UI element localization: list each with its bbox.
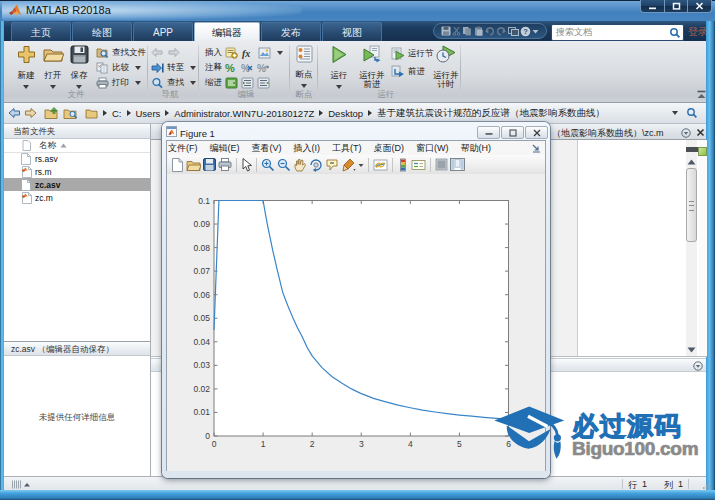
fig-pan-icon[interactable]: [293, 158, 307, 172]
figure-menu-edit[interactable]: 编辑(E): [210, 142, 240, 155]
command-window-actions-icon[interactable]: [693, 361, 703, 371]
qat-switch-window-icon[interactable]: [508, 26, 519, 36]
login-link[interactable]: 登录: [688, 25, 708, 39]
tab-publish[interactable]: 发布: [261, 22, 321, 42]
qat-redo-icon[interactable]: [496, 27, 506, 36]
indent-label[interactable]: 缩进: [205, 77, 222, 89]
fig-brush-icon[interactable]: [341, 158, 356, 172]
scrollbar-thumb[interactable]: [686, 168, 697, 242]
breakpoints-button[interactable]: 断点: [292, 45, 316, 88]
qat-copy-icon[interactable]: [462, 26, 472, 36]
comment-icon[interactable]: %: [225, 62, 238, 74]
indent-left-icon[interactable]: [257, 77, 270, 89]
go-back-icon[interactable]: [150, 47, 164, 58]
doc-search-box[interactable]: 搜索文档: [551, 24, 684, 41]
fig-legend-icon[interactable]: [411, 158, 426, 172]
figure-minimize-button[interactable]: [477, 126, 500, 139]
qat-cut-icon[interactable]: [452, 26, 461, 36]
fig-zoom-in-icon[interactable]: [261, 158, 275, 172]
figure-menu-file[interactable]: 文件(F): [168, 142, 198, 155]
find-files-button[interactable]: 查找文件: [96, 46, 146, 59]
tab-apps[interactable]: APP: [133, 22, 193, 42]
editor-actions-icon[interactable]: [681, 128, 691, 138]
insert-section-icon[interactable]: [225, 47, 238, 59]
file-row-rs-asv[interactable]: rs.asv: [4, 152, 150, 165]
run-button[interactable]: 运行: [326, 45, 352, 89]
crumb-users[interactable]: Users: [136, 108, 161, 119]
file-row-zc-m[interactable]: zc.m: [4, 191, 150, 204]
crumb-admin[interactable]: Administrator.WIN7U-20180127Z: [174, 108, 314, 119]
qat-dropdown-icon[interactable]: [532, 29, 539, 34]
run-advance-button[interactable]: 运行并前进: [357, 45, 387, 88]
fig-datacursor-icon[interactable]: [325, 158, 339, 172]
go-forward-icon[interactable]: [167, 47, 181, 58]
figure-menu-help[interactable]: 帮助(H): [461, 142, 492, 155]
insert-label[interactable]: 插入: [205, 47, 222, 59]
qat-undo-icon[interactable]: [485, 27, 495, 36]
crumb-project[interactable]: 基于建筑抗震设计规范的反应谱（地震影响系数曲线）: [377, 107, 605, 120]
figure-menu-desktop[interactable]: 桌面(D): [374, 142, 405, 155]
name-column-header[interactable]: 名称: [4, 139, 150, 153]
fig-open-icon[interactable]: [186, 158, 201, 172]
open-button[interactable]: 打开: [41, 45, 65, 89]
qat-paste-icon[interactable]: [474, 26, 484, 36]
close-button[interactable]: [688, 0, 712, 13]
up-folder-icon[interactable]: [44, 107, 59, 120]
forward-icon[interactable]: [24, 107, 38, 120]
figure-menu-tools[interactable]: 工具(T): [332, 142, 362, 155]
tab-editor[interactable]: 编辑器: [194, 22, 260, 42]
fig-save-icon[interactable]: [203, 158, 216, 171]
figure-close-button[interactable]: [525, 126, 548, 139]
new-script-button[interactable]: 新建: [14, 45, 38, 89]
scroll-down-icon[interactable]: [686, 345, 697, 355]
uncomment-icon[interactable]: %: [241, 62, 254, 74]
collapse-ribbon-icon[interactable]: [697, 90, 706, 99]
fig-show-plot-tools-icon[interactable]: [450, 158, 465, 171]
insert-image-icon[interactable]: [258, 47, 271, 59]
current-folder-title[interactable]: 当前文件夹: [4, 124, 150, 139]
browse-folder-icon[interactable]: [63, 107, 78, 120]
insert-fx-icon[interactable]: fx: [241, 47, 255, 59]
save-button[interactable]: 保存: [67, 45, 91, 89]
file-row-rs-m[interactable]: rs.m: [4, 165, 150, 178]
back-forward-buttons[interactable]: [150, 46, 181, 59]
status-grip-icon[interactable]: [12, 480, 32, 489]
figure-menu-view[interactable]: 查看(V): [252, 142, 282, 155]
fig-link-plot-icon[interactable]: [373, 158, 388, 172]
figure-menu-window[interactable]: 窗口(W): [416, 142, 449, 155]
address-search-icon[interactable]: [686, 107, 698, 119]
fig-cursor-icon[interactable]: [241, 158, 252, 172]
crumb-drive[interactable]: C:: [112, 108, 122, 119]
advance-button[interactable]: 前进: [391, 65, 425, 78]
indent-right-icon[interactable]: [241, 77, 254, 89]
wrap-comment-icon[interactable]: %: [257, 62, 270, 74]
tab-plots[interactable]: 绘图: [72, 22, 132, 42]
fig-colorbar-icon[interactable]: [397, 158, 409, 172]
tab-home[interactable]: 主页: [11, 22, 71, 42]
fig-new-doc-icon[interactable]: [171, 158, 184, 172]
back-icon[interactable]: [7, 107, 21, 120]
run-section-button[interactable]: 运行节: [391, 47, 434, 60]
minimize-button[interactable]: [640, 0, 665, 13]
editor-close-icon[interactable]: [696, 128, 705, 137]
figure-menu-insert[interactable]: 插入(I): [294, 142, 321, 155]
run-time-button[interactable]: 运行并计时: [433, 45, 459, 88]
fig-zoom-out-icon[interactable]: [277, 158, 291, 172]
editor-document-path[interactable]: （地震影响系数曲线）\zc.m: [552, 127, 664, 140]
maximize-button[interactable]: [665, 0, 689, 13]
plot-axes[interactable]: 012345600.010.020.030.040.050.060.070.08…: [167, 174, 545, 471]
scroll-up-icon[interactable]: [686, 157, 697, 167]
resize-grip-icon[interactable]: [703, 481, 711, 489]
address-dropdown-icon[interactable]: [672, 111, 678, 115]
fig-rotate3d-icon[interactable]: [309, 158, 323, 172]
smart-indent-icon[interactable]: [225, 77, 238, 89]
qat-save-icon[interactable]: [441, 26, 451, 36]
tab-view[interactable]: 视图: [322, 22, 382, 42]
code-analyzer-indicator[interactable]: [698, 147, 707, 156]
fig-brush-dropdown-icon[interactable]: [358, 158, 364, 172]
compare-button[interactable]: 比较: [96, 61, 141, 74]
fig-hide-plot-tools-icon[interactable]: [435, 158, 448, 171]
figure-maximize-button[interactable]: [501, 126, 524, 139]
fig-print-icon[interactable]: [218, 158, 232, 171]
breadcrumb-folder-icon[interactable]: [85, 108, 98, 119]
